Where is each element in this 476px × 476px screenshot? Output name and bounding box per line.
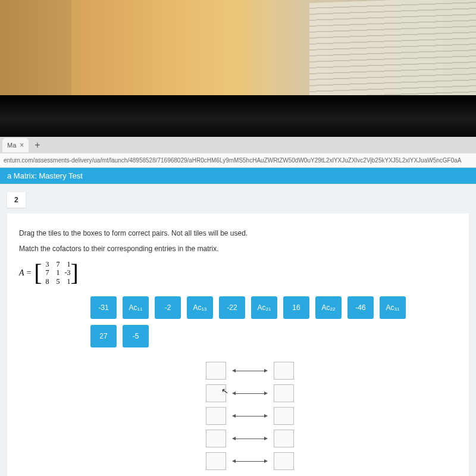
double-arrow-icon [232,459,268,464]
draggable-tile[interactable]: Ac11 [123,296,149,319]
tile-bank: -31Ac11-2Ac13-22Ac2116Ac22-46Ac3127-5 [90,296,424,347]
content-area: 2 Drag the tiles to the boxes to form co… [0,184,476,475]
bracket-left-icon: [ [34,263,42,283]
pair-row [206,384,294,402]
double-arrow-icon [232,436,268,441]
page-title-bar: a Matrix: Mastery Test [0,168,476,184]
pair-row [206,362,294,380]
draggable-tile[interactable]: -46 [347,296,374,319]
tab-title: Ma [7,142,16,149]
matrix-cell: 3 [42,260,49,268]
draggable-tile[interactable]: -2 [155,296,181,319]
draggable-tile[interactable]: Ac31 [380,296,406,319]
drop-target[interactable] [274,407,294,425]
page-title: a Matrix: Mastery Test [7,171,83,180]
bracket-right-icon: ] [71,263,79,283]
matrix-cell: 1 [64,260,71,268]
draggable-tile[interactable]: Ac13 [187,296,213,319]
laptop-bezel [0,95,476,143]
matrix-cell: 7 [53,260,60,268]
browser-tab[interactable]: Ma × [2,138,29,152]
drop-target[interactable] [274,452,294,470]
matrix-cell: 8 [42,277,49,286]
matrix-body: 3 7 1 7 1 -3 8 5 1 [42,260,71,286]
url-text: entum.com/assessments-delivery/ua/mt/lau… [4,157,461,164]
pair-row [206,452,294,470]
draggable-tile[interactable]: -5 [123,325,149,347]
draggable-tile[interactable]: -31 [90,296,117,319]
drop-target[interactable] [274,384,294,402]
matrix-label: A = [19,268,32,278]
pair-dropzones [43,362,457,470]
matrix-cell: -3 [64,268,71,277]
laptop-screen: Ma × + entum.com/assessments-delivery/ua… [0,137,476,476]
question-number: 2 [7,192,26,208]
address-bar[interactable]: entum.com/assessments-delivery/ua/mt/lau… [0,154,476,168]
matrix-cell: 1 [53,268,60,277]
pair-row [206,430,294,447]
browser-tab-strip: Ma × + [0,137,476,154]
drop-target[interactable] [206,407,226,425]
drop-target[interactable] [274,430,294,447]
drop-target[interactable] [206,362,226,380]
double-arrow-icon [232,414,268,418]
matrix-cell: 5 [53,277,60,286]
matrix-cell: 7 [42,268,49,277]
draggable-tile[interactable]: -22 [219,296,245,319]
instruction-text: Drag the tiles to the boxes to form corr… [19,229,457,237]
question-card: Drag the tiles to the boxes to form corr… [7,214,469,476]
double-arrow-icon [232,391,268,396]
matrix-definition: A = [ 3 7 1 7 1 -3 8 5 1 ] [19,260,79,286]
double-arrow-icon [232,368,268,373]
draggable-tile[interactable]: Ac21 [251,296,277,319]
new-tab-button[interactable]: + [29,140,46,151]
cursor-icon: ↖ [221,386,230,396]
pair-row [206,407,294,425]
drop-target[interactable] [206,452,226,470]
draggable-tile[interactable]: 16 [283,296,309,319]
subinstruction-text: Match the cofactors to their correspondi… [19,245,457,253]
draggable-tile[interactable]: Ac22 [315,296,342,319]
drop-target[interactable] [274,362,294,380]
draggable-tile[interactable]: 27 [90,325,117,347]
drop-target[interactable] [206,430,226,447]
close-icon[interactable]: × [20,141,24,149]
matrix-cell: 1 [64,277,71,286]
